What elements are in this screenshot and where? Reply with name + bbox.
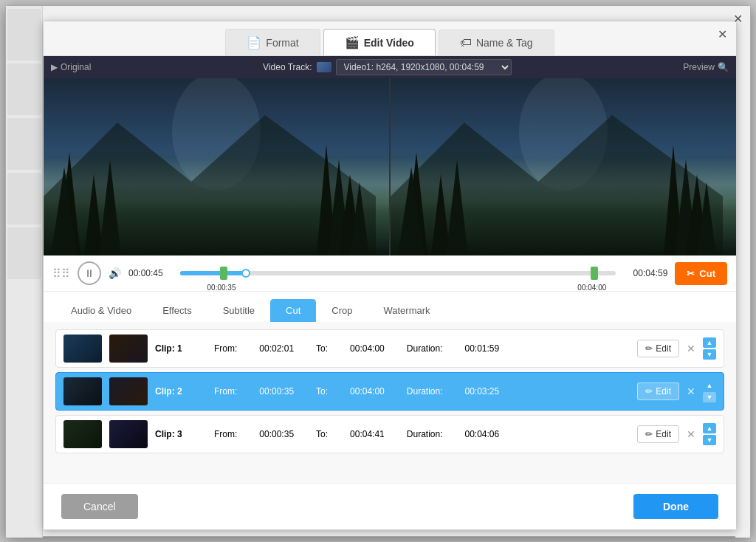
tab-edit-video[interactable]: 🎬 Edit Video [323, 29, 436, 55]
clip-2-duration-label: Duration: [407, 386, 443, 397]
sub-tab-effects-label: Effects [162, 305, 192, 316]
video-track-info: Video Track: Video1: h264, 1920x1080, 00… [263, 59, 511, 75]
clip-3-up-button[interactable]: ▲ [703, 423, 716, 433]
clip-1-to-label: To: [316, 343, 328, 354]
clip-1-edit-button[interactable]: ✏ Edit [637, 340, 679, 357]
time-end: 00:04:59 [623, 268, 667, 278]
pencil-icon-2: ✏ [645, 386, 653, 397]
sub-tab-watermark-label: Watermark [383, 305, 430, 316]
clip-1-from-time: 00:02:01 [259, 343, 294, 354]
search-icon: 🔍 [718, 62, 729, 72]
clip-1-thumb-b [109, 335, 148, 363]
timeline-playhead[interactable] [241, 269, 250, 278]
clip-2-from-time: 00:00:35 [259, 386, 294, 397]
bg-sidebar-item [7, 118, 41, 170]
clip-2-info: Clip: 2 From: 00:00:35 To: 00:04:00 Dura… [155, 386, 630, 397]
clip-1-actions: ✏ Edit [637, 340, 679, 357]
cut-button[interactable]: ✂ Cut [675, 262, 727, 285]
format-icon: 📄 [247, 35, 261, 49]
clip-2-to-label: To: [316, 386, 328, 397]
sub-tab-watermark[interactable]: Watermark [368, 299, 445, 322]
clip-1-duration-label: Duration: [407, 343, 443, 354]
pencil-icon: ✏ [645, 343, 653, 354]
clip-3-from-label: From: [214, 429, 237, 439]
name-tag-icon: 🏷 [460, 36, 472, 49]
clip-3-to-time: 00:04:41 [350, 429, 385, 439]
sub-tab-audio-video-label: Audio & Video [71, 305, 131, 316]
clip-2-up-button[interactable]: ▲ [703, 380, 716, 391]
clip-1-edit-label: Edit [656, 343, 671, 354]
clip-2-thumb-a [63, 377, 102, 405]
clip-2-edit-button[interactable]: ✏ Edit [637, 383, 679, 400]
timeline[interactable]: 00:00:35 00:04:00 [180, 266, 616, 281]
clip-1-duration: 00:01:59 [465, 343, 500, 354]
preview-button[interactable]: Preview 🔍 [683, 62, 729, 72]
cancel-button[interactable]: Cancel [61, 494, 138, 519]
controls-bar: ⠿⠿ ⏸ 🔊 00:00:45 00:00:35 00:04:00 00:04:… [44, 255, 736, 292]
time-current: 00:00:45 [128, 268, 173, 278]
clip-1-up-button[interactable]: ▲ [703, 337, 716, 348]
clip-1-thumb-a [63, 335, 102, 363]
outer-window: ✕ ✕ 📄 Format 🎬 Edit Video 🏷 Name & Tag ▶ [5, 5, 751, 537]
scissors-icon: ✂ [687, 268, 695, 279]
cut-label: Cut [699, 268, 715, 279]
clip-row-3[interactable]: Clip: 3 From: 00:00:35 To: 00:04:41 Dura… [55, 415, 724, 453]
video-left [44, 78, 391, 255]
sub-tab-cut-label: Cut [286, 305, 300, 316]
pause-icon: ⏸ [84, 267, 94, 279]
clip-1-to-time: 00:04:00 [350, 343, 385, 354]
sub-tab-bar: Audio & Video Effects Subtitle Cut Crop … [44, 292, 736, 322]
clip-row-2[interactable]: Clip: 2 From: 00:00:35 To: 00:04:00 Dura… [55, 372, 724, 411]
video-bg-right [391, 78, 736, 255]
sub-tab-cut[interactable]: Cut [270, 299, 316, 322]
bg-sidebar-item [7, 64, 41, 115]
video-track-dropdown[interactable]: Video1: h264, 1920x1080, 00:04:59 [336, 59, 512, 75]
clip-1-down-button[interactable]: ▼ [703, 349, 716, 360]
tab-edit-video-label: Edit Video [364, 37, 414, 49]
clip-1-arrow-controls: ▲ ▼ [703, 337, 716, 360]
sub-tab-subtitle-label: Subtitle [223, 305, 255, 316]
clip-3-down-button[interactable]: ▼ [703, 435, 716, 445]
video-bg-left [44, 78, 389, 255]
tab-format-label: Format [266, 37, 298, 49]
outer-close-icon[interactable]: ✕ [733, 12, 743, 26]
clip-3-actions: ✏ Edit [637, 425, 679, 443]
pause-button[interactable]: ⏸ [78, 261, 101, 285]
original-badge: ▶ Original [51, 62, 91, 72]
sub-tab-subtitle[interactable]: Subtitle [207, 299, 270, 322]
clip-2-down-button[interactable]: ▼ [703, 392, 716, 402]
clip-1-info: Clip: 1 From: 00:02:01 To: 00:04:00 Dura… [155, 343, 630, 354]
tab-name-tag[interactable]: 🏷 Name & Tag [439, 30, 554, 55]
clip-row-1[interactable]: Clip: 1 From: 00:02:01 To: 00:04:00 Dura… [55, 329, 724, 368]
sub-tab-effects[interactable]: Effects [147, 299, 207, 322]
background-sidebar [6, 6, 43, 538]
clip-1-close-icon[interactable]: ✕ [687, 343, 695, 354]
tab-name-tag-label: Name & Tag [476, 37, 533, 49]
sub-tab-crop[interactable]: Crop [316, 299, 368, 322]
clip-3-close-icon[interactable]: ✕ [687, 429, 695, 439]
clip-3-duration-label: Duration: [407, 429, 443, 439]
clip-3-edit-button[interactable]: ✏ Edit [637, 425, 679, 443]
clip-2-duration: 00:03:25 [465, 386, 500, 397]
dialog-close-icon[interactable]: ✕ [718, 27, 727, 41]
done-button[interactable]: Done [633, 494, 718, 519]
clip-2-from-label: From: [214, 386, 237, 397]
timeline-handle-left[interactable]: 00:00:35 [220, 267, 227, 280]
clip-3-name: Clip: 3 [155, 429, 192, 439]
clip-2-close-icon[interactable]: ✕ [687, 386, 695, 397]
video-track-label: Video Track: [263, 62, 312, 72]
video-section: ▶ Original Video Track: Video1: h264, 19… [44, 56, 736, 255]
clip-2-name: Clip: 2 [155, 386, 192, 397]
timeline-progress [180, 271, 246, 275]
clip-3-thumb-a [63, 420, 102, 448]
clip-1-from-label: From: [214, 343, 237, 354]
tree-silhouette-right [391, 78, 736, 255]
tab-format[interactable]: 📄 Format [225, 29, 320, 55]
clip-3-info: Clip: 3 From: 00:00:35 To: 00:04:41 Dura… [155, 429, 630, 439]
clip-2-arrow-controls: ▲ ▼ [703, 380, 716, 402]
clip-3-thumb-b [109, 420, 148, 448]
sub-tab-audio-video[interactable]: Audio & Video [55, 299, 147, 322]
clip-2-actions: ✏ Edit [637, 383, 679, 400]
timeline-handle-right[interactable]: 00:04:00 [591, 267, 598, 280]
bg-sidebar-item [7, 173, 41, 224]
